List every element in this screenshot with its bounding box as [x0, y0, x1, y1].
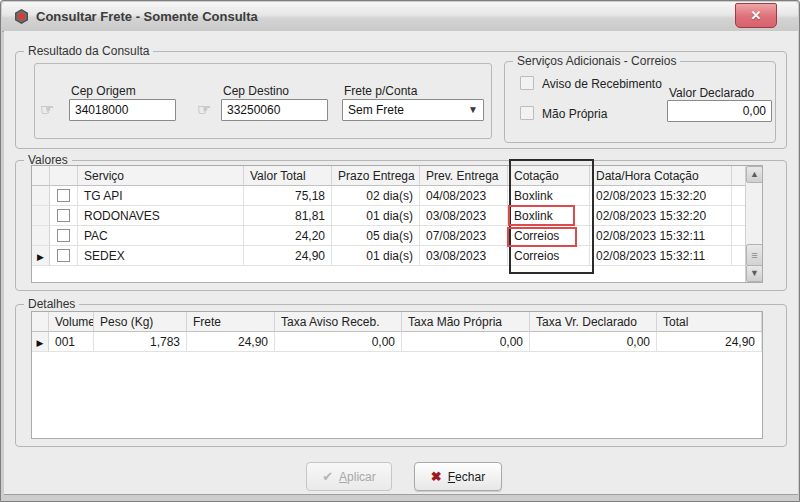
cep-origem-input[interactable] [69, 99, 176, 121]
row-indicator [32, 186, 50, 206]
cep-origem-label: Cep Origem [71, 84, 136, 98]
frete-conta-select[interactable]: Sem Frete ▼ [342, 99, 484, 121]
table-row-rodonaves[interactable]: RODONAVES 81,81 01 dia(s) 03/08/2023 Box… [32, 206, 762, 226]
header-volume[interactable]: Volume [49, 312, 94, 332]
aviso-recebimento-checkbox[interactable] [520, 76, 534, 90]
header-peso[interactable]: Peso (Kg) [94, 312, 187, 332]
table-row-sedex-current[interactable]: ▶ SEDEX 24,90 01 dia(s) 03/08/2023 Corre… [32, 246, 762, 266]
detalhes-grid: Volume Peso (Kg) Frete Taxa Aviso Receb.… [31, 311, 763, 439]
header-frete[interactable]: Frete [187, 312, 275, 332]
cep-destino-label: Cep Destino [223, 84, 289, 98]
current-row-indicator: ▶ [32, 332, 49, 352]
cell-servico: PAC [78, 226, 244, 246]
cell-prazo: 02 dia(s) [332, 186, 420, 206]
fechar-accel: F [448, 470, 455, 484]
cell-prev: 03/08/2023 [420, 206, 508, 226]
row-checkbox[interactable] [57, 249, 70, 262]
cell-valor-total: 24,20 [244, 226, 332, 246]
cell-cotacao: Correios [508, 226, 590, 246]
cep-origem-lookup-icon[interactable]: ☞ [40, 102, 54, 118]
cell-data-hora: 02/08/2023 15:32:11 [590, 226, 732, 246]
fechar-button[interactable]: ✖Fechar [414, 462, 502, 491]
cell-peso: 1,783 [94, 332, 187, 352]
dialog-window: Consultar Frete - Somente Consulta ✕ Res… [0, 0, 800, 502]
row-checkbox-cell [50, 226, 78, 246]
row-checkbox[interactable] [57, 209, 70, 222]
cell-taxa-vr: 0,00 [530, 332, 657, 352]
header-prev-entrega[interactable]: Prev. Entrega [420, 166, 508, 186]
cell-valor-total: 24,90 [244, 246, 332, 266]
aviso-recebimento-label: Aviso de Recebimento [542, 77, 662, 91]
scroll-down-icon[interactable]: ▼ [746, 265, 763, 282]
row-indicator [32, 226, 50, 246]
groupbox-detalhes-title: Detalhes [24, 297, 79, 312]
row-checkbox[interactable] [57, 229, 70, 242]
cell-prev: 03/08/2023 [420, 246, 508, 266]
cell-taxa-aviso: 0,00 [275, 332, 402, 352]
table-row-tgapi[interactable]: TG API 75,18 02 dia(s) 04/08/2023 Boxlin… [32, 186, 762, 206]
cell-volume: 001 [49, 332, 94, 352]
header-servico[interactable]: Serviço [78, 166, 244, 186]
cell-cotacao: Correios [508, 246, 590, 266]
cell-taxa-mao: 0,00 [402, 332, 530, 352]
titlebar[interactable]: Consultar Frete - Somente Consulta [2, 2, 798, 32]
cell-prazo: 05 dia(s) [332, 226, 420, 246]
row-marker-icon: ▶ [37, 338, 44, 348]
cep-destino-input[interactable] [221, 99, 328, 121]
valores-grid: Serviço Valor Total Prazo Entrega Prev. … [31, 165, 763, 283]
header-taxa-mao[interactable]: Taxa Mão Própria [402, 312, 530, 332]
close-button[interactable]: ✕ [735, 3, 777, 28]
row-indicator [32, 206, 50, 226]
table-row-pac[interactable]: PAC 24,20 05 dia(s) 07/08/2023 Correios … [32, 226, 762, 246]
header-checkbox [50, 166, 78, 186]
groupbox-resultado-title: Resultado da Consulta [24, 44, 153, 59]
header-data-hora[interactable]: Data/Hora Cotação [590, 166, 732, 186]
cell-data-hora: 02/08/2023 15:32:20 [590, 206, 732, 226]
table-row-detalhe-001[interactable]: ▶ 001 1,783 24,90 0,00 0,00 0,00 24,90 [32, 332, 762, 352]
current-row-indicator: ▶ [32, 246, 50, 266]
cell-valor-total: 81,81 [244, 206, 332, 226]
detalhes-header-row: Volume Peso (Kg) Frete Taxa Aviso Receb.… [32, 312, 762, 332]
header-indicator [32, 166, 50, 186]
aplicar-label: plicar [347, 470, 376, 484]
scroll-thumb[interactable]: ≡ [746, 244, 763, 266]
valores-scrollbar[interactable]: ▲ ≡ ▼ [745, 166, 762, 282]
cell-total: 24,90 [657, 332, 762, 352]
cell-prazo: 01 dia(s) [332, 246, 420, 266]
cell-data-hora: 02/08/2023 15:32:20 [590, 186, 732, 206]
header-total[interactable]: Total [657, 312, 762, 332]
header-indicator [32, 312, 49, 332]
cell-frete: 24,90 [187, 332, 275, 352]
valores-header-row: Serviço Valor Total Prazo Entrega Prev. … [32, 166, 762, 186]
scroll-up-icon[interactable]: ▲ [746, 166, 763, 183]
dialog-client-area: Resultado da Consulta ☞ Cep Origem ☞ Cep… [4, 31, 798, 495]
close-icon: ✕ [751, 8, 762, 23]
cell-prev: 04/08/2023 [420, 186, 508, 206]
row-checkbox-cell [50, 246, 78, 266]
header-cotacao[interactable]: Cotação [508, 166, 590, 186]
row-checkbox-cell [50, 206, 78, 226]
groupbox-servicos-title: Serviços Adicionais - Correios [513, 54, 680, 69]
check-icon: ✔ [322, 469, 333, 484]
header-valor-total[interactable]: Valor Total [244, 166, 332, 186]
row-checkbox-cell [50, 186, 78, 206]
cell-servico: SEDEX [78, 246, 244, 266]
header-taxa-aviso[interactable]: Taxa Aviso Receb. [275, 312, 402, 332]
cell-servico: TG API [78, 186, 244, 206]
cell-data-hora: 02/08/2023 15:32:11 [590, 246, 732, 266]
valor-declarado-label: Valor Declarado [669, 86, 754, 100]
header-taxa-vr[interactable]: Taxa Vr. Declarado [530, 312, 657, 332]
cell-cotacao: Boxlink [508, 186, 590, 206]
cell-prazo: 01 dia(s) [332, 206, 420, 226]
aplicar-button[interactable]: ✔Aplicar [306, 462, 392, 491]
valor-declarado-input[interactable] [667, 100, 772, 122]
app-icon [13, 8, 30, 25]
row-checkbox[interactable] [57, 189, 70, 202]
cell-servico: RODONAVES [78, 206, 244, 226]
mao-propria-label: Mão Própria [542, 107, 607, 121]
cep-destino-lookup-icon[interactable]: ☞ [197, 102, 211, 118]
header-prazo-entrega[interactable]: Prazo Entrega [332, 166, 420, 186]
mao-propria-checkbox[interactable] [520, 106, 534, 120]
window-title: Consultar Frete - Somente Consulta [36, 9, 258, 24]
cell-prev: 07/08/2023 [420, 226, 508, 246]
